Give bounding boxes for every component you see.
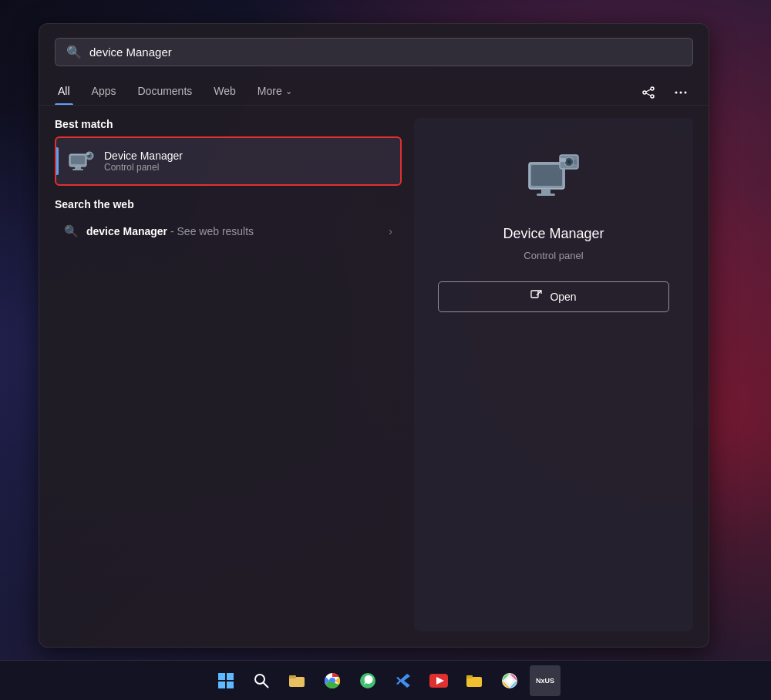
left-panel: Best match <box>55 118 402 631</box>
search-bar-area: 🔍 device Manager <box>39 24 709 74</box>
web-search-icon: 🔍 <box>64 224 79 238</box>
tab-apps[interactable]: Apps <box>89 80 120 105</box>
tabs-row: All Apps Documents Web More ⌄ <box>39 74 709 106</box>
right-panel-app-name: Device Manager <box>503 226 604 242</box>
search-box[interactable]: 🔍 device Manager <box>55 38 693 66</box>
best-match-text: Device Manager Control panel <box>104 150 183 173</box>
taskbar-chrome-button[interactable] <box>317 665 348 696</box>
taskbar-search-button[interactable] <box>246 665 277 696</box>
taskbar-start-button[interactable] <box>210 665 241 696</box>
taskbar-photos-button[interactable] <box>494 665 525 696</box>
taskbar-file-explorer-button[interactable] <box>281 665 312 696</box>
more-arrow-icon: ⌄ <box>285 86 292 96</box>
svg-rect-19 <box>537 194 555 196</box>
best-match-section: Best match <box>55 118 402 186</box>
open-label: Open <box>550 291 576 303</box>
open-icon <box>530 290 542 304</box>
search-input[interactable]: device Manager <box>89 45 682 59</box>
best-match-title: Device Manager <box>104 150 183 162</box>
svg-point-43 <box>507 678 513 683</box>
web-search-section: Search the web 🔍 device Manager - See we… <box>55 198 402 246</box>
svg-point-2 <box>651 95 654 98</box>
svg-rect-15 <box>86 153 89 155</box>
svg-rect-41 <box>466 675 473 678</box>
search-icon: 🔍 <box>66 45 82 59</box>
svg-line-32 <box>264 682 269 688</box>
tabs-right-icons <box>636 80 693 105</box>
tab-all[interactable]: All <box>55 80 73 105</box>
svg-rect-17 <box>531 165 562 186</box>
best-match-label: Best match <box>55 118 402 130</box>
svg-rect-27 <box>218 673 225 680</box>
taskbar-vscode-button[interactable] <box>388 665 419 696</box>
svg-rect-10 <box>75 167 81 169</box>
search-panel: 🔍 device Manager All Apps Documents Web … <box>39 23 709 648</box>
svg-point-7 <box>685 92 687 94</box>
right-panel: Device Manager Control panel Open <box>414 118 693 631</box>
taskbar-nexus-button[interactable]: NxUS <box>530 665 561 696</box>
taskbar: NxUS <box>0 660 771 700</box>
taskbar-youtube-button[interactable] <box>423 665 454 696</box>
svg-rect-9 <box>71 156 85 164</box>
tab-more[interactable]: More ⌄ <box>254 80 295 105</box>
open-button[interactable]: Open <box>438 281 669 312</box>
svg-rect-18 <box>541 189 550 194</box>
svg-point-23 <box>567 160 571 163</box>
taskbar-files-button[interactable] <box>459 665 490 696</box>
svg-rect-30 <box>227 681 234 688</box>
svg-point-6 <box>680 92 682 94</box>
web-search-item[interactable]: 🔍 device Manager - See web results › <box>55 217 402 246</box>
svg-point-1 <box>643 91 646 94</box>
web-search-arrow-icon: › <box>389 225 392 237</box>
web-search-text: device Manager - See web results <box>86 225 254 237</box>
svg-point-31 <box>255 675 264 684</box>
best-match-item[interactable]: Device Manager Control panel <box>55 136 402 186</box>
svg-rect-24 <box>560 158 566 162</box>
web-search-label: Search the web <box>55 198 402 210</box>
svg-rect-34 <box>289 675 296 678</box>
svg-line-4 <box>646 93 651 96</box>
share-icon-btn[interactable] <box>636 80 661 105</box>
device-manager-large-icon <box>523 149 584 210</box>
svg-rect-25 <box>574 160 577 164</box>
svg-line-3 <box>646 89 651 92</box>
best-match-subtitle: Control panel <box>104 162 183 173</box>
svg-point-0 <box>651 87 654 90</box>
svg-point-5 <box>675 92 678 94</box>
device-manager-icon-small <box>67 147 95 175</box>
tab-web[interactable]: Web <box>210 80 239 105</box>
right-panel-app-type: Control panel <box>524 250 583 261</box>
svg-rect-11 <box>72 169 83 170</box>
tab-documents[interactable]: Documents <box>134 80 195 105</box>
taskbar-whatsapp-button[interactable] <box>352 665 383 696</box>
main-content: Best match <box>39 106 709 644</box>
svg-rect-29 <box>218 681 225 688</box>
more-options-btn[interactable] <box>668 80 693 105</box>
svg-rect-28 <box>227 673 234 680</box>
